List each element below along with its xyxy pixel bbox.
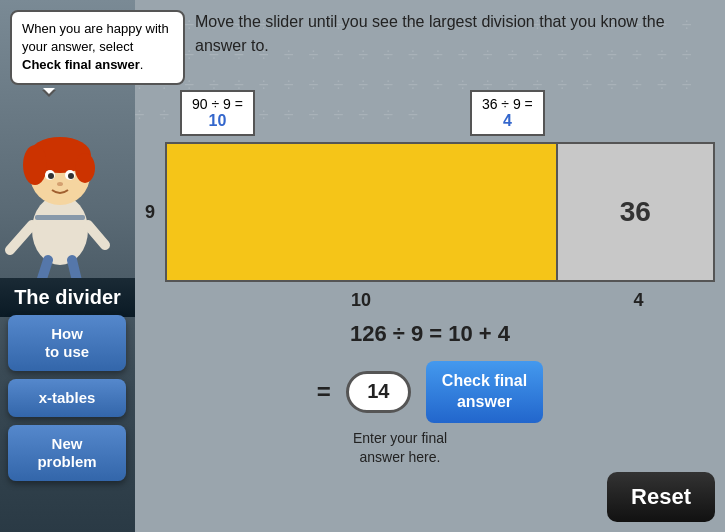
how-use-line2: to use — [45, 343, 89, 360]
answer-input-display: 14 — [346, 371, 411, 413]
equals-sign: = — [317, 378, 331, 406]
svg-point-4 — [75, 153, 95, 183]
division-boxes: 90 ÷ 9 = 10 36 ÷ 9 = 4 — [145, 90, 715, 136]
check-btn-line1: Check final — [442, 372, 527, 389]
divider-title: The divider — [0, 278, 135, 317]
new-problem-line2: problem — [37, 453, 96, 470]
check-answer-button[interactable]: Check final answer — [426, 361, 543, 423]
svg-point-9 — [57, 182, 63, 186]
instruction-label: Move the slider until you see the larges… — [195, 13, 665, 54]
xtables-label: x-tables — [39, 389, 96, 406]
new-problem-button[interactable]: New problem — [8, 425, 126, 481]
enter-text-line1: Enter your final — [353, 430, 447, 446]
bar-gray-value: 36 — [620, 196, 651, 228]
answer-value: 14 — [367, 380, 389, 403]
svg-point-7 — [48, 173, 54, 179]
x-labels: 10 4 — [145, 290, 715, 311]
reset-label: Reset — [631, 484, 691, 509]
new-problem-line1: New — [52, 435, 83, 452]
reset-button[interactable]: Reset — [607, 472, 715, 522]
problem1-answer: 10 — [192, 112, 243, 130]
answer-row: = 14 Check final answer — [145, 361, 715, 423]
bars-container: 36 — [165, 142, 715, 282]
main-content: 90 ÷ 9 = 10 36 ÷ 9 = 4 9 36 10 4 126 ÷ 9… — [145, 90, 715, 468]
svg-line-10 — [10, 225, 32, 250]
problem2-equation: 36 ÷ 9 = — [482, 96, 533, 112]
problem2-answer: 4 — [482, 112, 533, 130]
bar-gray: 36 — [558, 144, 713, 280]
svg-rect-14 — [35, 215, 85, 220]
divider-title-text: The divider — [14, 286, 121, 308]
x-label-right: 4 — [562, 290, 715, 311]
how-to-use-button[interactable]: How to use — [8, 315, 126, 371]
main-equation: 126 ÷ 9 = 10 + 4 — [145, 321, 715, 347]
bar-area: 9 36 — [145, 142, 715, 282]
character — [0, 100, 130, 300]
character-svg — [0, 100, 120, 290]
svg-point-0 — [32, 195, 88, 265]
problem1-equation: 90 ÷ 9 = — [192, 96, 243, 112]
svg-line-11 — [88, 225, 105, 245]
enter-answer-text: Enter your final answer here. — [85, 429, 715, 468]
speech-bubble: When you are happy with your answer, sel… — [10, 10, 185, 85]
svg-point-3 — [23, 145, 47, 185]
enter-text-line2: answer here. — [360, 449, 441, 465]
x-label-left: 10 — [170, 290, 562, 311]
instruction-text: Move the slider until you see the larges… — [195, 10, 715, 58]
check-btn-line2: answer — [457, 393, 512, 410]
speech-highlight: Check final answer — [22, 57, 140, 72]
x-tables-button[interactable]: x-tables — [8, 379, 126, 417]
problem1-box: 90 ÷ 9 = 10 — [180, 90, 255, 136]
svg-point-8 — [68, 173, 74, 179]
how-use-line1: How — [51, 325, 83, 342]
bar-yellow — [167, 144, 558, 280]
y-label: 9 — [145, 142, 165, 282]
speech-text: When you are happy with your answer, sel… — [22, 21, 169, 72]
problem2-box: 36 ÷ 9 = 4 — [470, 90, 545, 136]
sidebar-buttons: How to use x-tables New problem — [8, 315, 126, 481]
